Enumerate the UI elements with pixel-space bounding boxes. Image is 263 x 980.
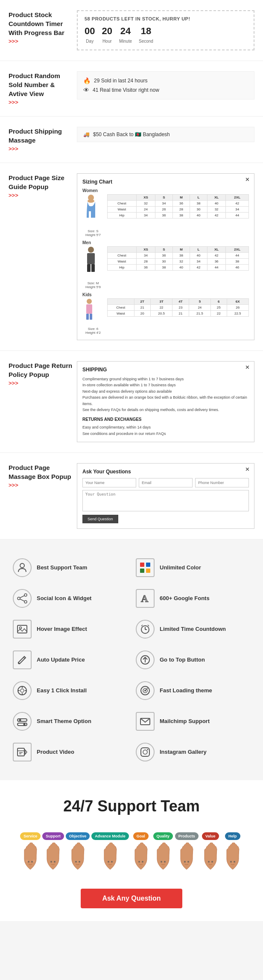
close-icon[interactable]: ✕ [245,466,250,472]
close-icon[interactable]: ✕ [245,176,250,183]
countdown-label: Product Stock Countdown Timer With Progr… [9,10,77,45]
sizeguide-popup-title: Sizing Chart [82,179,249,185]
feature-mailchimp-label: Mailchimp Support [160,718,210,725]
feature-smart-theme-label: Smart Theme Option [37,718,91,725]
men-label: Men [82,240,249,245]
countdown-section: Product Stock Countdown Timer With Progr… [0,0,263,61]
svg-rect-21 [18,625,27,633]
men-size-table: XSSMLXL2XL Chest343638404244 Waist283032… [107,246,249,271]
bubble-help: Help [225,832,240,840]
play-video-icon [16,746,28,758]
hover-image-icon [16,623,28,635]
timer-hour-label: Hour [102,39,112,44]
ask-any-question-button[interactable]: Ask Any Question [81,889,182,908]
countdown-timer: 00 Day 20 Hour 24 Minute 18 Second [85,26,247,44]
svg-point-63 [79,861,80,863]
kids-label: Kids [82,292,249,297]
feature-instagram: Instagram Gallery [132,737,254,767]
install-icon [13,681,32,700]
support-title: 24/7 Support Team [9,797,254,815]
countdown-header: 58 PRODUCTS LEFT IN STOCK, HURRY UP! [85,16,247,21]
hand-svg-advance [100,842,120,872]
letter-a-icon: A [139,592,151,604]
feature-fast-loading-label: Fast Loading theme [160,687,212,694]
close-icon[interactable]: ✕ [245,364,250,370]
sizeguide-label: Product Page Size Guide Popup >>> [9,173,77,199]
shipping-title: Product Shipping Massage [9,127,73,145]
hand-support: Support [42,832,64,872]
support-section: 24/7 Support Team Service Support [0,780,263,921]
name-field[interactable] [82,478,136,487]
sizeguide-title: Product Page Size Guide Popup [9,173,73,191]
send-question-button[interactable]: Send Question [82,515,118,523]
go-top-icon [136,650,155,669]
svg-point-58 [28,861,29,863]
hand-svg-support [43,842,63,872]
returnpolicy-section: Product Page Return Policy Popup >>> ✕ S… [0,351,263,453]
phone-field[interactable] [195,478,249,487]
svg-rect-7 [86,304,92,314]
women-figure [82,194,99,228]
feature-product-video: Product Video [9,737,132,767]
timer-second: 18 Second [139,26,153,44]
svg-point-64 [108,861,109,863]
palette-icon [139,562,151,574]
image-icon [13,620,32,639]
toggle-icon [13,712,32,731]
svg-point-22 [20,627,22,629]
shipping-text: $50 Cash Back to 🇧🇩 Bangladesh [93,131,170,137]
feature-countdown-label: Limited Time Countdown [160,626,226,633]
svg-rect-11 [140,563,144,567]
svg-point-72 [208,861,210,863]
email-field[interactable] [139,478,193,487]
svg-point-70 [184,861,186,863]
feature-google-fonts: A 600+ Google Fonts [132,583,254,614]
feature-product-video-label: Product Video [37,749,74,756]
feature-social-icon-label: Social Icon & Widget [37,595,91,602]
person-icon [16,562,28,574]
sizeguide-widget: ✕ Sizing Chart Women Size: SHeight 5'7 X… [77,173,254,340]
hand-svg-products [176,842,197,872]
features-grid-section: Best Support Team Unlimited Color [0,540,263,780]
bubble-products: Products [175,832,199,840]
return-line5: See the delivery FAQs for details on shi… [82,407,249,413]
svg-line-30 [23,657,25,659]
svg-point-6 [87,299,92,304]
svg-point-75 [234,861,235,863]
hand-svg-service [20,842,41,872]
hand-svg-quality [153,842,173,872]
timer-hour-number: 20 [102,26,112,37]
feature-1click-label: Easy 1 Click Install [37,687,87,694]
svg-line-27 [148,625,149,626]
svg-rect-9 [90,314,92,320]
svg-point-44 [19,719,21,721]
feature-go-top-label: Go to Top Button [160,656,205,664]
svg-point-17 [24,601,27,603]
timer-second-label: Second [139,39,153,44]
timer-second-number: 18 [139,26,153,37]
women-size-table: XSSMLXL2XL Chest323436384042 Waist242628… [107,194,249,219]
timer-hour: 20 Hour [102,26,112,44]
return-line6: Easy and complimentary, within 14 days [82,424,249,430]
svg-line-26 [141,625,143,626]
shipping-label: Product Shipping Massage >>> [9,127,77,152]
share-icon [16,592,28,604]
svg-rect-12 [146,563,150,567]
svg-point-71 [187,861,189,863]
returnpolicy-popup: ✕ SHIPPING Complimentary ground shipping… [77,361,254,442]
question-textarea[interactable] [82,490,249,511]
hand-quality: Quality [153,832,173,872]
feature-smart-theme: Smart Theme Option [9,706,132,737]
sold-text2: 41 Real time Visitor right now [93,87,159,93]
hand-svg-value [200,842,221,872]
sold-arrows: >>> [9,99,18,105]
clock-icon [136,620,155,639]
envelope-icon [139,715,151,727]
shipping-widget: 🚚 $50 Cash Back to 🇧🇩 Bangladesh [77,127,254,142]
return-line1: Complimentary ground shipping within 1 t… [82,376,249,382]
sizeguide-section: Product Page Size Guide Popup >>> ✕ Sizi… [0,163,263,351]
settings-toggle-icon [16,715,28,727]
svg-point-34 [20,689,24,692]
svg-rect-5 [91,264,95,272]
arrow-up-icon [139,654,151,666]
